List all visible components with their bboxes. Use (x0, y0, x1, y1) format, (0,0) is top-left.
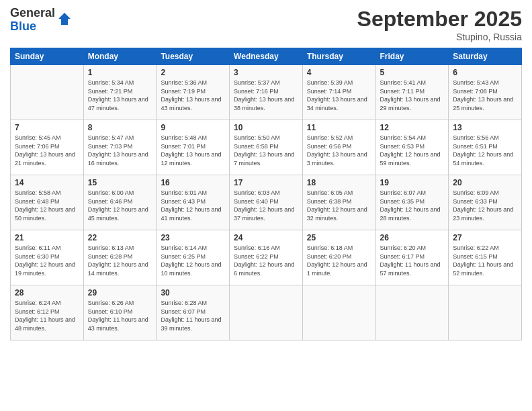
day-number: 20 (453, 178, 517, 187)
svg-marker-0 (58, 13, 71, 25)
day-cell: 1Sunrise: 5:34 AMSunset: 7:21 PMDaylight… (83, 65, 157, 120)
day-cell: 19Sunrise: 6:07 AMSunset: 6:35 PMDayligh… (375, 175, 449, 230)
day-number: 23 (161, 233, 225, 242)
day-info: Sunrise: 5:45 AMSunset: 7:06 PMDaylight:… (15, 134, 79, 167)
day-number: 7 (15, 123, 79, 132)
day-number: 29 (88, 288, 152, 298)
day-info: Sunrise: 5:39 AMSunset: 7:14 PMDaylight:… (307, 79, 371, 112)
day-info: Sunrise: 5:37 AMSunset: 7:16 PMDaylight:… (234, 79, 298, 112)
day-info: Sunrise: 6:13 AMSunset: 6:28 PMDaylight:… (88, 244, 152, 277)
day-cell: 30Sunrise: 6:28 AMSunset: 6:07 PMDayligh… (157, 285, 230, 340)
location: Stupino, Russia (357, 32, 522, 42)
week-row-3: 14Sunrise: 5:58 AMSunset: 6:48 PMDayligh… (11, 175, 522, 230)
day-info: Sunrise: 5:58 AMSunset: 6:48 PMDaylight:… (15, 189, 79, 222)
day-info: Sunrise: 6:11 AMSunset: 6:30 PMDaylight:… (15, 244, 79, 277)
day-info: Sunrise: 6:03 AMSunset: 6:40 PMDaylight:… (234, 189, 298, 222)
day-info: Sunrise: 6:20 AMSunset: 6:17 PMDaylight:… (380, 244, 445, 277)
day-number: 24 (234, 233, 298, 242)
day-cell: 24Sunrise: 6:16 AMSunset: 6:22 PMDayligh… (230, 230, 303, 285)
day-cell: 26Sunrise: 6:20 AMSunset: 6:17 PMDayligh… (375, 230, 449, 285)
day-number: 22 (88, 233, 152, 242)
day-number: 21 (15, 233, 79, 242)
week-row-1: 1Sunrise: 5:34 AMSunset: 7:21 PMDaylight… (11, 65, 522, 120)
day-header-monday: Monday (83, 48, 157, 65)
day-cell: 10Sunrise: 5:50 AMSunset: 6:58 PMDayligh… (230, 120, 303, 175)
day-cell: 7Sunrise: 5:45 AMSunset: 7:06 PMDaylight… (11, 120, 84, 175)
day-number: 12 (380, 123, 445, 132)
day-info: Sunrise: 6:05 AMSunset: 6:38 PMDaylight:… (307, 189, 371, 222)
day-cell (302, 285, 375, 340)
day-number: 4 (307, 68, 371, 77)
day-cell: 21Sunrise: 6:11 AMSunset: 6:30 PMDayligh… (11, 230, 84, 285)
header: General Blue September 2025 Stupino, Rus… (10, 7, 522, 42)
day-cell: 12Sunrise: 5:54 AMSunset: 6:53 PMDayligh… (375, 120, 449, 175)
day-info: Sunrise: 6:16 AMSunset: 6:22 PMDaylight:… (234, 244, 298, 277)
day-number: 15 (88, 178, 152, 187)
week-row-4: 21Sunrise: 6:11 AMSunset: 6:30 PMDayligh… (11, 230, 522, 285)
day-cell: 3Sunrise: 5:37 AMSunset: 7:16 PMDaylight… (230, 65, 303, 120)
day-cell (11, 65, 84, 120)
day-number: 11 (307, 123, 371, 132)
day-cell: 9Sunrise: 5:48 AMSunset: 7:01 PMDaylight… (157, 120, 230, 175)
day-number: 16 (161, 178, 225, 187)
calendar-container: General Blue September 2025 Stupino, Rus… (0, 0, 532, 411)
day-cell (230, 285, 303, 340)
day-cell: 28Sunrise: 6:24 AMSunset: 6:12 PMDayligh… (11, 285, 84, 340)
day-header-friday: Friday (375, 48, 449, 65)
day-cell: 25Sunrise: 6:18 AMSunset: 6:20 PMDayligh… (302, 230, 375, 285)
day-header-sunday: Sunday (11, 48, 84, 65)
day-number: 13 (453, 123, 517, 132)
logo-general: General (10, 7, 55, 20)
day-info: Sunrise: 5:56 AMSunset: 6:51 PMDaylight:… (453, 134, 517, 167)
day-header-wednesday: Wednesday (230, 48, 303, 65)
day-cell: 22Sunrise: 6:13 AMSunset: 6:28 PMDayligh… (83, 230, 157, 285)
logo-blue: Blue (10, 20, 55, 34)
week-row-5: 28Sunrise: 6:24 AMSunset: 6:12 PMDayligh… (11, 285, 522, 340)
day-info: Sunrise: 5:41 AMSunset: 7:11 PMDaylight:… (380, 79, 445, 112)
day-header-thursday: Thursday (302, 48, 375, 65)
day-number: 27 (453, 233, 517, 242)
title-block: September 2025 Stupino, Russia (357, 7, 522, 42)
day-cell: 5Sunrise: 5:41 AMSunset: 7:11 PMDaylight… (375, 65, 449, 120)
day-info: Sunrise: 6:00 AMSunset: 6:46 PMDaylight:… (88, 189, 152, 222)
day-cell: 11Sunrise: 5:52 AMSunset: 6:56 PMDayligh… (302, 120, 375, 175)
day-number: 30 (161, 288, 225, 298)
day-cell: 16Sunrise: 6:01 AMSunset: 6:43 PMDayligh… (157, 175, 230, 230)
day-info: Sunrise: 6:24 AMSunset: 6:12 PMDaylight:… (15, 299, 79, 332)
day-cell: 15Sunrise: 6:00 AMSunset: 6:46 PMDayligh… (83, 175, 157, 230)
day-info: Sunrise: 5:52 AMSunset: 6:56 PMDaylight:… (307, 134, 371, 167)
day-info: Sunrise: 5:47 AMSunset: 7:03 PMDaylight:… (88, 134, 152, 167)
day-number: 5 (380, 68, 445, 77)
day-info: Sunrise: 5:50 AMSunset: 6:58 PMDaylight:… (234, 134, 298, 167)
day-cell: 8Sunrise: 5:47 AMSunset: 7:03 PMDaylight… (83, 120, 157, 175)
logo-icon (57, 11, 72, 26)
day-cell: 18Sunrise: 6:05 AMSunset: 6:38 PMDayligh… (302, 175, 375, 230)
day-info: Sunrise: 6:14 AMSunset: 6:25 PMDaylight:… (161, 244, 225, 277)
day-info: Sunrise: 5:54 AMSunset: 6:53 PMDaylight:… (380, 134, 445, 167)
header-row: SundayMondayTuesdayWednesdayThursdayFrid… (11, 48, 522, 65)
day-number: 10 (234, 123, 298, 132)
day-number: 19 (380, 178, 445, 187)
day-cell: 23Sunrise: 6:14 AMSunset: 6:25 PMDayligh… (157, 230, 230, 285)
day-number: 8 (88, 123, 152, 132)
day-info: Sunrise: 5:34 AMSunset: 7:21 PMDaylight:… (88, 79, 152, 112)
day-cell: 20Sunrise: 6:09 AMSunset: 6:33 PMDayligh… (449, 175, 522, 230)
day-cell: 14Sunrise: 5:58 AMSunset: 6:48 PMDayligh… (11, 175, 84, 230)
day-number: 6 (453, 68, 517, 77)
day-number: 3 (234, 68, 298, 77)
day-number: 18 (307, 178, 371, 187)
day-cell: 29Sunrise: 6:26 AMSunset: 6:10 PMDayligh… (83, 285, 157, 340)
day-info: Sunrise: 6:07 AMSunset: 6:35 PMDaylight:… (380, 189, 445, 222)
day-number: 28 (15, 288, 79, 298)
day-cell: 2Sunrise: 5:36 AMSunset: 7:19 PMDaylight… (157, 65, 230, 120)
day-info: Sunrise: 6:28 AMSunset: 6:07 PMDaylight:… (161, 299, 225, 332)
day-info: Sunrise: 5:43 AMSunset: 7:08 PMDaylight:… (453, 79, 517, 112)
day-cell (449, 285, 522, 340)
day-cell: 17Sunrise: 6:03 AMSunset: 6:40 PMDayligh… (230, 175, 303, 230)
day-number: 26 (380, 233, 445, 242)
day-info: Sunrise: 5:48 AMSunset: 7:01 PMDaylight:… (161, 134, 225, 167)
week-row-2: 7Sunrise: 5:45 AMSunset: 7:06 PMDaylight… (11, 120, 522, 175)
day-header-tuesday: Tuesday (157, 48, 230, 65)
day-cell: 13Sunrise: 5:56 AMSunset: 6:51 PMDayligh… (449, 120, 522, 175)
day-cell: 6Sunrise: 5:43 AMSunset: 7:08 PMDaylight… (449, 65, 522, 120)
